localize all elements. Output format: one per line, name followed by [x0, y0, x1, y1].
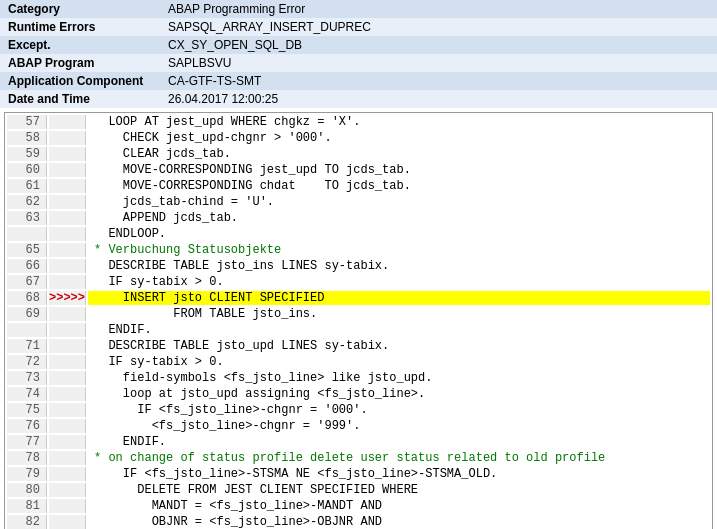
info-label: Except. — [0, 36, 160, 54]
line-marker — [49, 419, 86, 433]
info-label: Runtime Errors — [0, 18, 160, 36]
line-number: 77 — [7, 435, 47, 449]
line-number — [7, 227, 47, 241]
line-marker — [49, 483, 86, 497]
line-content: <fs_jsto_line>-chgnr = '999'. — [88, 419, 710, 433]
code-line: ENDIF. — [7, 323, 710, 337]
code-line: 78* on change of status profile delete u… — [7, 451, 710, 465]
info-label: Date and Time — [0, 90, 160, 108]
line-number: 79 — [7, 467, 47, 481]
line-number: 71 — [7, 339, 47, 353]
line-marker — [49, 211, 86, 225]
line-number: 73 — [7, 371, 47, 385]
info-label: Category — [0, 0, 160, 18]
code-line: 61 MOVE-CORRESPONDING chdat TO jcds_tab. — [7, 179, 710, 193]
line-marker — [49, 435, 86, 449]
line-marker — [49, 387, 86, 401]
line-marker — [49, 259, 86, 273]
line-content: IF <fs_jsto_line>-STSMA NE <fs_jsto_line… — [88, 467, 710, 481]
info-row: CategoryABAP Programming Error — [0, 0, 717, 18]
line-content: APPEND jcds_tab. — [88, 211, 710, 225]
line-number: 67 — [7, 275, 47, 289]
line-content: MOVE-CORRESPONDING chdat TO jcds_tab. — [88, 179, 710, 193]
line-content: OBJNR = <fs_jsto_line>-OBJNR AND — [88, 515, 710, 529]
info-table: CategoryABAP Programming ErrorRuntime Er… — [0, 0, 717, 108]
code-line: 80 DELETE FROM JEST CLIENT SPECIFIED WHE… — [7, 483, 710, 497]
line-content: ENDLOOP. — [88, 227, 710, 241]
line-marker — [49, 307, 86, 321]
line-marker — [49, 339, 86, 353]
line-marker — [49, 243, 86, 257]
code-line: 79 IF <fs_jsto_line>-STSMA NE <fs_jsto_l… — [7, 467, 710, 481]
line-content: IF <fs_jsto_line>-chgnr = '000'. — [88, 403, 710, 417]
line-content: IF sy-tabix > 0. — [88, 275, 710, 289]
code-line: 77 ENDIF. — [7, 435, 710, 449]
info-value: 26.04.2017 12:00:25 — [160, 90, 717, 108]
code-line: 71 DESCRIBE TABLE jsto_upd LINES sy-tabi… — [7, 339, 710, 353]
line-marker — [49, 275, 86, 289]
line-marker — [49, 467, 86, 481]
line-content: MANDT = <fs_jsto_line>-MANDT AND — [88, 499, 710, 513]
info-value: ABAP Programming Error — [160, 0, 717, 18]
line-number: 65 — [7, 243, 47, 257]
line-content: jcds_tab-chind = 'U'. — [88, 195, 710, 209]
line-number: 68 — [7, 291, 47, 305]
code-area: 57 LOOP AT jest_upd WHERE chgkz = 'X'.58… — [4, 112, 713, 529]
line-number: 61 — [7, 179, 47, 193]
line-marker — [49, 323, 86, 337]
line-number: 62 — [7, 195, 47, 209]
info-row: Date and Time26.04.2017 12:00:25 — [0, 90, 717, 108]
info-value: CX_SY_OPEN_SQL_DB — [160, 36, 717, 54]
line-content: ENDIF. — [88, 323, 710, 337]
code-line: 58 CHECK jest_upd-chgnr > '000'. — [7, 131, 710, 145]
info-row: ABAP ProgramSAPLBSVU — [0, 54, 717, 72]
code-table: 57 LOOP AT jest_upd WHERE chgkz = 'X'.58… — [5, 113, 712, 529]
info-value: SAPSQL_ARRAY_INSERT_DUPREC — [160, 18, 717, 36]
line-content: DELETE FROM JEST CLIENT SPECIFIED WHERE — [88, 483, 710, 497]
line-number: 59 — [7, 147, 47, 161]
line-content: CHECK jest_upd-chgnr > '000'. — [88, 131, 710, 145]
line-number: 82 — [7, 515, 47, 529]
info-value: CA-GTF-TS-SMT — [160, 72, 717, 90]
line-number: 76 — [7, 419, 47, 433]
line-content: INSERT jsto CLIENT SPECIFIED — [88, 291, 710, 305]
line-content: CLEAR jcds_tab. — [88, 147, 710, 161]
code-line: 60 MOVE-CORRESPONDING jest_upd TO jcds_t… — [7, 163, 710, 177]
line-content: ENDIF. — [88, 435, 710, 449]
code-line: 66 DESCRIBE TABLE jsto_ins LINES sy-tabi… — [7, 259, 710, 273]
line-number — [7, 323, 47, 337]
line-marker — [49, 403, 86, 417]
line-number: 57 — [7, 115, 47, 129]
info-label: Application Component — [0, 72, 160, 90]
line-content: IF sy-tabix > 0. — [88, 355, 710, 369]
code-line: 82 OBJNR = <fs_jsto_line>-OBJNR AND — [7, 515, 710, 529]
line-content: DESCRIBE TABLE jsto_ins LINES sy-tabix. — [88, 259, 710, 273]
line-number: 78 — [7, 451, 47, 465]
line-marker — [49, 355, 86, 369]
code-line: 75 IF <fs_jsto_line>-chgnr = '000'. — [7, 403, 710, 417]
line-content: MOVE-CORRESPONDING jest_upd TO jcds_tab. — [88, 163, 710, 177]
line-number: 60 — [7, 163, 47, 177]
line-marker — [49, 195, 86, 209]
line-content: FROM TABLE jsto_ins. — [88, 307, 710, 321]
info-value: SAPLBSVU — [160, 54, 717, 72]
code-line: 72 IF sy-tabix > 0. — [7, 355, 710, 369]
code-line: 62 jcds_tab-chind = 'U'. — [7, 195, 710, 209]
code-line: 73 field-symbols <fs_jsto_line> like jst… — [7, 371, 710, 385]
line-number: 74 — [7, 387, 47, 401]
code-line: 74 loop at jsto_upd assigning <fs_jsto_l… — [7, 387, 710, 401]
line-number: 81 — [7, 499, 47, 513]
line-number: 66 — [7, 259, 47, 273]
line-marker — [49, 147, 86, 161]
info-row: Except.CX_SY_OPEN_SQL_DB — [0, 36, 717, 54]
line-content: * Verbuchung Statusobjekte — [88, 243, 710, 257]
info-row: Runtime ErrorsSAPSQL_ARRAY_INSERT_DUPREC — [0, 18, 717, 36]
line-content: field-symbols <fs_jsto_line> like jsto_u… — [88, 371, 710, 385]
line-number: 72 — [7, 355, 47, 369]
line-marker — [49, 179, 86, 193]
line-marker — [49, 499, 86, 513]
line-marker — [49, 163, 86, 177]
code-line: 69 FROM TABLE jsto_ins. — [7, 307, 710, 321]
line-marker — [49, 371, 86, 385]
line-content: DESCRIBE TABLE jsto_upd LINES sy-tabix. — [88, 339, 710, 353]
